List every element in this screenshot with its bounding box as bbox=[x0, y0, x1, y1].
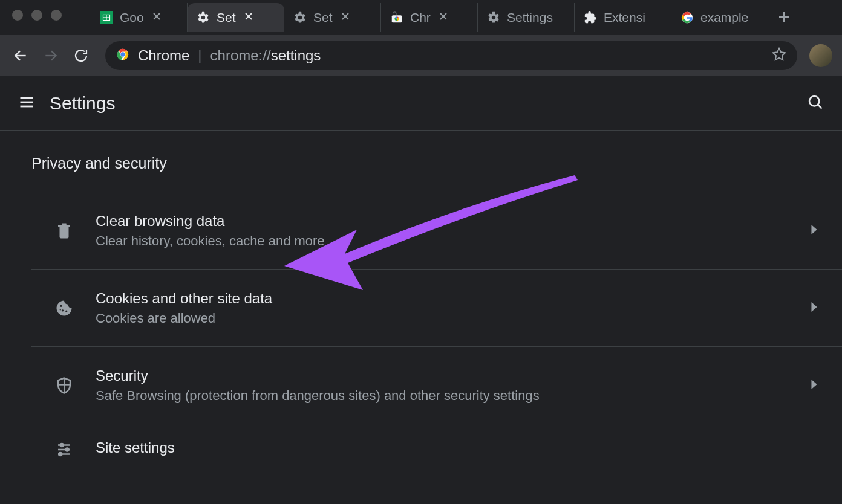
item-text: Clear browsing data Clear history, cooki… bbox=[96, 213, 790, 249]
tab-label: Set bbox=[313, 10, 333, 25]
section-title: Privacy and security bbox=[31, 155, 842, 172]
search-icon[interactable] bbox=[807, 94, 824, 113]
address-separator: | bbox=[198, 47, 201, 64]
address-url: chrome://settings bbox=[211, 47, 321, 64]
tab-label: Settings bbox=[507, 10, 553, 25]
svg-rect-27 bbox=[58, 225, 70, 227]
puzzle-icon bbox=[583, 10, 598, 25]
reload-button[interactable] bbox=[70, 45, 92, 66]
svg-point-33 bbox=[60, 309, 61, 310]
svg-marker-35 bbox=[811, 380, 817, 389]
item-text: Site settings bbox=[96, 439, 818, 460]
settings-item-cookies[interactable]: Cookies and other site data Cookies are … bbox=[31, 270, 842, 347]
settings-content: Privacy and security Clear browsing data… bbox=[0, 131, 842, 460]
profile-avatar[interactable] bbox=[809, 44, 832, 67]
svg-rect-28 bbox=[62, 223, 67, 225]
gear-icon bbox=[486, 10, 501, 25]
svg-marker-34 bbox=[811, 302, 817, 312]
item-subtitle: Safe Browsing (protection from dangerous… bbox=[96, 388, 790, 404]
svg-marker-21 bbox=[773, 48, 785, 60]
tab-settings-active[interactable]: Set bbox=[188, 3, 284, 32]
svg-point-30 bbox=[60, 305, 62, 306]
settings-title: Settings bbox=[50, 93, 115, 114]
svg-point-41 bbox=[59, 453, 62, 456]
chevron-right-icon bbox=[811, 225, 818, 237]
bookmark-star-icon[interactable] bbox=[772, 47, 786, 64]
item-title: Clear browsing data bbox=[96, 213, 790, 230]
item-subtitle: Clear history, cookies, cache and more bbox=[96, 233, 790, 249]
svg-point-20 bbox=[120, 52, 125, 56]
svg-point-39 bbox=[66, 448, 69, 451]
svg-line-26 bbox=[818, 105, 821, 108]
item-title: Cookies and other site data bbox=[96, 290, 790, 307]
menu-icon[interactable] bbox=[18, 94, 35, 113]
chrome-icon bbox=[116, 48, 129, 63]
google-icon bbox=[680, 10, 694, 25]
tab-chrome-store[interactable]: Chr bbox=[381, 3, 478, 32]
item-title: Security bbox=[96, 367, 790, 384]
item-subtitle: Cookies are allowed bbox=[96, 311, 790, 326]
chevron-right-icon bbox=[811, 302, 818, 314]
window-close-dot[interactable] bbox=[12, 10, 23, 21]
window-minimize-dot[interactable] bbox=[31, 10, 42, 21]
svg-marker-29 bbox=[811, 225, 817, 234]
close-icon[interactable] bbox=[439, 12, 448, 23]
settings-item-clear-browsing-data[interactable]: Clear browsing data Clear history, cooki… bbox=[31, 192, 842, 270]
item-title: Site settings bbox=[96, 439, 818, 456]
item-text: Cookies and other site data Cookies are … bbox=[96, 290, 790, 326]
settings-list: Clear browsing data Clear history, cooki… bbox=[31, 192, 842, 460]
shield-icon bbox=[53, 376, 75, 395]
tab-label: Extensi bbox=[604, 10, 645, 25]
tab-google-sheets[interactable]: Goo bbox=[91, 3, 188, 32]
browser-toolbar: Chrome | chrome://settings bbox=[0, 35, 842, 76]
tab-settings-2[interactable]: Set bbox=[284, 3, 381, 32]
back-button[interactable] bbox=[10, 45, 31, 66]
settings-header: Settings bbox=[0, 76, 842, 131]
tab-example[interactable]: example bbox=[671, 3, 768, 32]
trash-icon bbox=[53, 222, 75, 240]
chrome-store-icon bbox=[390, 10, 404, 25]
tab-label: Goo bbox=[120, 10, 144, 25]
close-icon[interactable] bbox=[341, 12, 350, 23]
sliders-icon bbox=[53, 441, 75, 459]
close-icon[interactable] bbox=[152, 12, 161, 23]
tab-label: example bbox=[700, 10, 748, 25]
settings-item-security[interactable]: Security Safe Browsing (protection from … bbox=[31, 347, 842, 424]
svg-point-37 bbox=[60, 444, 64, 447]
address-bar[interactable]: Chrome | chrome://settings bbox=[105, 41, 797, 70]
settings-item-site-settings[interactable]: Site settings bbox=[31, 424, 842, 460]
tab-strip: Goo Set Set Chr Settings bbox=[0, 0, 842, 35]
close-icon[interactable] bbox=[244, 12, 253, 23]
cookie-icon bbox=[53, 299, 75, 317]
svg-point-32 bbox=[65, 310, 67, 312]
sheets-icon bbox=[99, 10, 114, 25]
tab-settings-3[interactable]: Settings bbox=[478, 3, 575, 32]
window-controls bbox=[0, 0, 62, 21]
forward-button[interactable] bbox=[40, 45, 62, 66]
gear-icon bbox=[196, 10, 211, 25]
window-maximize-dot[interactable] bbox=[51, 10, 62, 21]
svg-point-31 bbox=[62, 309, 64, 311]
gear-icon bbox=[293, 10, 307, 25]
tab-label: Chr bbox=[410, 10, 431, 25]
svg-point-25 bbox=[809, 96, 819, 106]
new-tab-button[interactable] bbox=[768, 8, 800, 27]
address-prefix: Chrome bbox=[138, 47, 189, 64]
tab-label: Set bbox=[217, 10, 236, 25]
item-text: Security Safe Browsing (protection from … bbox=[96, 367, 790, 404]
tab-extensions[interactable]: Extensi bbox=[575, 3, 671, 32]
chevron-right-icon bbox=[811, 380, 818, 392]
